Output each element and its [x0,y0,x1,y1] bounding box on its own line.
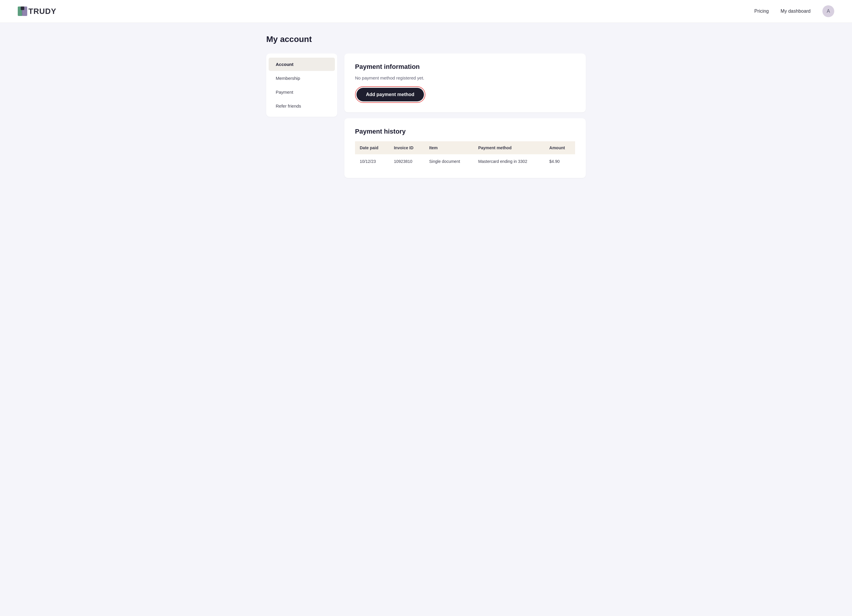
payment-history-table: Date paid Invoice ID Item Payment method… [355,141,575,169]
payment-info-card: Payment information No payment method re… [344,54,586,112]
logo-text: TRUDY [29,7,56,16]
table-row: 10/12/2310923810Single documentMastercar… [355,154,575,169]
page-container: My account Account Membership Payment Re… [249,23,603,190]
payment-history-title: Payment history [355,128,575,136]
content-layout: Account Membership Payment Refer friends… [266,54,586,178]
avatar[interactable]: A [822,5,834,17]
svg-rect-2 [21,6,24,10]
col-amount: Amount [545,141,575,154]
main-content: Payment information No payment method re… [344,54,586,178]
no-payment-text: No payment method registered yet. [355,75,575,80]
pricing-link[interactable]: Pricing [754,9,769,14]
sidebar-item-membership[interactable]: Membership [269,72,335,85]
header: TRUDY Pricing My dashboard A [0,0,852,23]
page-title: My account [266,35,586,44]
add-payment-button[interactable]: Add payment method [357,88,424,101]
col-item: Item [424,141,474,154]
payment-history-card: Payment history Date paid Invoice ID Ite… [344,118,586,178]
col-method: Payment method [473,141,544,154]
sidebar-item-refer[interactable]: Refer friends [269,99,335,113]
sidebar-item-payment[interactable]: Payment [269,86,335,99]
payment-info-title: Payment information [355,63,575,71]
col-invoice: Invoice ID [389,141,424,154]
logo[interactable]: TRUDY [18,6,56,16]
dashboard-link[interactable]: My dashboard [781,9,811,14]
add-payment-btn-wrapper: Add payment method [355,86,425,103]
table-header-row: Date paid Invoice ID Item Payment method… [355,141,575,154]
trudy-logo-icon [18,6,27,16]
col-date: Date paid [355,141,389,154]
sidebar: Account Membership Payment Refer friends [266,54,337,117]
sidebar-item-account[interactable]: Account [269,58,335,71]
nav-right: Pricing My dashboard A [754,5,834,17]
